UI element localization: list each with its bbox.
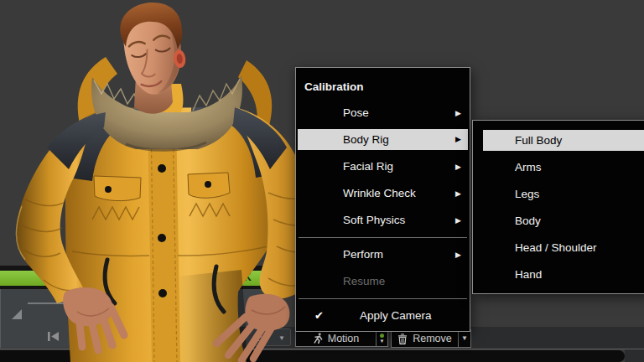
timeline-track[interactable]: :K [0, 266, 295, 289]
submenu-item-full-body[interactable]: Full Body [483, 127, 644, 154]
menu-separator [299, 298, 467, 299]
motion-button-label: Motion [328, 333, 360, 344]
submenu-arrow-icon: ▶ [455, 180, 461, 207]
body-rig-submenu: Full Body Arms Legs Body Head / Shoulder… [472, 120, 644, 294]
clip-label: :K [241, 272, 252, 283]
check-icon: ✔ [314, 303, 324, 329]
remove-dropdown-button[interactable]: ▼ [458, 329, 471, 348]
trash-icon [397, 334, 408, 344]
menu-header: Calibration [296, 75, 470, 100]
menu-item-perform[interactable]: Perform ▶ [296, 241, 470, 268]
playhead-marker [12, 309, 22, 319]
menu-item-soft-physics[interactable]: Soft Physics ▶ [296, 207, 470, 234]
chevron-down-icon: ▼ [278, 329, 285, 347]
submenu-arrow-icon: ▶ [455, 241, 461, 268]
motion-dropdown-button[interactable]: ▼ [376, 329, 388, 347]
calibration-context-menu: Calibration Pose ▶ Body Rig ▶ Facial Rig… [295, 67, 470, 332]
menu-item-pose[interactable]: Pose ▶ [296, 100, 470, 127]
panel-divider [0, 349, 644, 349]
submenu-arrow-icon: ▶ [455, 129, 461, 150]
submenu-arrow-icon: ▶ [455, 207, 461, 234]
menu-item-wrinkle-check[interactable]: Wrinkle Check ▶ [296, 180, 470, 207]
menu-item-body-rig[interactable]: Body Rig ▶ [296, 127, 470, 153]
remove-button[interactable]: Remove [391, 329, 459, 348]
timeline-clip[interactable]: :K [0, 271, 295, 286]
menu-item-apply-camera[interactable]: ✔ Apply Camera [296, 303, 470, 329]
submenu-arrow-icon: ▶ [455, 100, 461, 127]
bottom-black-bar [0, 350, 625, 362]
motion-button[interactable]: Motion [295, 329, 377, 347]
motion-run-icon [313, 333, 323, 344]
remove-button-label: Remove [413, 333, 452, 344]
submenu-item-head-shoulder[interactable]: Head / Shoulder [473, 235, 644, 261]
skip-start-icon [47, 331, 60, 342]
submenu-item-body[interactable]: Body [473, 208, 644, 235]
chevron-down-icon: ▼ [461, 335, 468, 342]
corner-patch [625, 349, 644, 362]
submenu-item-hand[interactable]: Hand [473, 261, 644, 288]
menu-separator [299, 237, 467, 238]
speed-value: 1x [254, 332, 265, 344]
submenu-arrow-icon: ▶ [455, 153, 461, 180]
skip-to-start-button[interactable] [43, 329, 65, 343]
app-window: :K 1x ▼ [0, 0, 644, 362]
playback-speed-dropdown[interactable]: 1x ▼ [246, 328, 291, 346]
timeline-scrubber[interactable] [8, 292, 117, 328]
submenu-item-legs[interactable]: Legs [473, 181, 644, 208]
chevron-down-icon: ▼ [380, 339, 385, 344]
submenu-item-arms[interactable]: Arms [473, 154, 644, 181]
play-icon [92, 330, 103, 342]
rewind-icon [71, 331, 86, 342]
play-button[interactable] [86, 329, 108, 343]
menu-item-resume: Resume [296, 268, 470, 295]
menu-item-facial-rig[interactable]: Facial Rig ▶ [296, 153, 470, 180]
green-status-dot [380, 334, 384, 338]
